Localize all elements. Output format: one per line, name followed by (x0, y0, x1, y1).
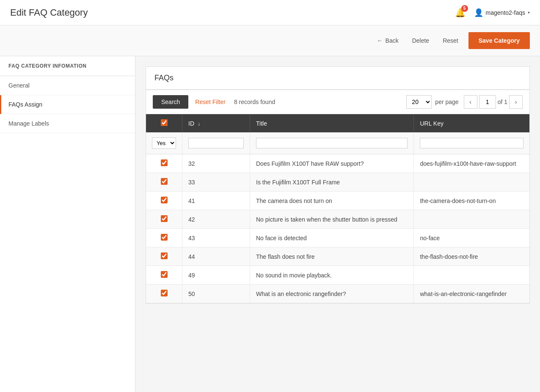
row-checkbox[interactable] (161, 252, 168, 259)
table-wrapper: ID ↓ Title URL Key (146, 114, 529, 303)
filter-id-input[interactable] (188, 138, 244, 148)
sidebar: FAQ CATEGORY INFOMATION General FAQs Ass… (0, 56, 135, 392)
sidebar-item-manage-labels[interactable]: Manage Labels (0, 114, 135, 133)
filter-cell-id (182, 132, 250, 154)
per-page-select: 20 30 50 per page (406, 95, 458, 109)
row-url-key: the-flash-does-not-fire (414, 247, 529, 266)
row-checkbox-cell (146, 266, 182, 285)
filter-url-key-input[interactable] (420, 138, 523, 148)
row-id: 33 (182, 173, 250, 192)
row-checkbox[interactable] (161, 197, 168, 203)
toolbar: ← Back Delete Reset Save Category (0, 25, 540, 56)
row-checkbox-cell (146, 229, 182, 247)
user-info[interactable]: 👤 magento2-faqs ▾ (474, 8, 530, 17)
row-url-key: no-face (414, 229, 529, 247)
pagination-prev-button[interactable]: ‹ (464, 95, 477, 109)
filter-yes-select-wrap: Yes Any No (152, 137, 176, 149)
row-url-key: what-is-an-electronic-rangefinder (414, 285, 529, 303)
notification-badge: 5 (461, 5, 468, 12)
table-row: 43 No face is detected no-face (146, 229, 529, 247)
faqs-title: FAQs (154, 74, 174, 82)
row-checkbox-cell (146, 210, 182, 229)
table-row: 41 The camera does not turn on the-camer… (146, 192, 529, 210)
row-checkbox-cell (146, 247, 182, 266)
table-header-id-label: ID (188, 120, 194, 127)
header-right: 🔔 5 👤 magento2-faqs ▾ (454, 6, 530, 19)
search-button[interactable]: Search (153, 95, 188, 109)
save-category-button[interactable]: Save Category (468, 32, 530, 49)
back-arrow-icon: ← (377, 37, 383, 44)
content-area: FAQs Search Reset Filter 8 records found… (135, 56, 540, 392)
row-checkbox[interactable] (161, 215, 168, 222)
row-url-key (414, 173, 529, 192)
filter-yes-select[interactable]: Yes Any No (152, 137, 176, 149)
row-title: The flash does not fire (250, 247, 414, 266)
table-header-url-key: URL Key (414, 114, 529, 132)
row-checkbox[interactable] (161, 271, 168, 278)
row-title: Is the Fujifilm X100T Full Frame (250, 173, 414, 192)
filter-row: Yes Any No (146, 132, 529, 154)
filter-cell-checkbox: Yes Any No (146, 132, 182, 154)
sidebar-item-general-label: General (8, 82, 30, 89)
row-checkbox-cell (146, 192, 182, 210)
row-title: No sound in movie playback. (250, 266, 414, 285)
row-title: Does Fujifilm X100T have RAW support? (250, 154, 414, 173)
row-id: 44 (182, 247, 250, 266)
table-row: 42 No picture is taken when the shutter … (146, 210, 529, 229)
sort-arrow-icon: ↓ (198, 121, 200, 127)
reset-filter-button[interactable]: Reset Filter (193, 95, 227, 109)
back-button[interactable]: ← Back (374, 36, 402, 46)
filter-cell-title (250, 132, 414, 154)
table-header-title: Title (250, 114, 414, 132)
faqs-section: FAQs Search Reset Filter 8 records found… (146, 66, 530, 304)
page-title: Edit FAQ Category (10, 7, 88, 18)
faq-table: ID ↓ Title URL Key (146, 114, 529, 303)
row-url-key (414, 210, 529, 229)
search-bar: Search Reset Filter 8 records found 20 3… (146, 90, 529, 114)
row-id: 42 (182, 210, 250, 229)
table-row: 32 Does Fujifilm X100T have RAW support?… (146, 154, 529, 173)
notification-bell[interactable]: 🔔 5 (454, 6, 467, 19)
filter-title-input[interactable] (256, 138, 408, 148)
per-page-label: per page (435, 99, 458, 105)
row-checkbox[interactable] (161, 234, 168, 241)
row-checkbox[interactable] (161, 159, 168, 166)
row-url-key (414, 266, 529, 285)
pagination: ‹ of 1 › (464, 95, 523, 109)
sidebar-item-faqs-assign[interactable]: FAQs Assign (0, 95, 135, 114)
row-id: 43 (182, 229, 250, 247)
faqs-header: FAQs (146, 67, 529, 90)
reset-button[interactable]: Reset (439, 36, 462, 46)
row-url-key: does-fujifilm-x100t-have-raw-support (414, 154, 529, 173)
table-row: 49 No sound in movie playback. (146, 266, 529, 285)
table-header-id[interactable]: ID ↓ (182, 114, 250, 132)
row-id: 41 (182, 192, 250, 210)
row-checkbox-cell (146, 285, 182, 303)
table-row: 33 Is the Fujifilm X100T Full Frame (146, 173, 529, 192)
row-id: 32 (182, 154, 250, 173)
delete-label: Delete (412, 37, 429, 44)
page-header: Edit FAQ Category 🔔 5 👤 magento2-faqs ▾ (0, 0, 540, 25)
chevron-down-icon: ▾ (528, 10, 530, 15)
main-layout: FAQ CATEGORY INFOMATION General FAQs Ass… (0, 56, 540, 392)
table-row: 50 What is an electronic rangefinder? wh… (146, 285, 529, 303)
sidebar-item-general[interactable]: General (0, 76, 135, 95)
row-checkbox-cell (146, 173, 182, 192)
row-checkbox[interactable] (161, 178, 168, 185)
row-title: No face is detected (250, 229, 414, 247)
sidebar-item-manage-labels-label: Manage Labels (8, 120, 49, 127)
row-id: 50 (182, 285, 250, 303)
delete-button[interactable]: Delete (409, 36, 433, 46)
pagination-next-button[interactable]: › (509, 95, 523, 109)
select-all-checkbox[interactable] (161, 119, 168, 126)
back-label: Back (386, 37, 399, 44)
pagination-of: of 1 (498, 99, 507, 105)
row-url-key: the-camera-does-not-turn-on (414, 192, 529, 210)
user-name: magento2-faqs (486, 9, 525, 16)
per-page-dropdown[interactable]: 20 30 50 (406, 95, 432, 109)
row-checkbox-cell (146, 154, 182, 173)
user-icon: 👤 (474, 8, 483, 17)
row-title: No picture is taken when the shutter but… (250, 210, 414, 229)
row-checkbox[interactable] (161, 290, 168, 296)
pagination-current-page[interactable] (479, 95, 496, 109)
